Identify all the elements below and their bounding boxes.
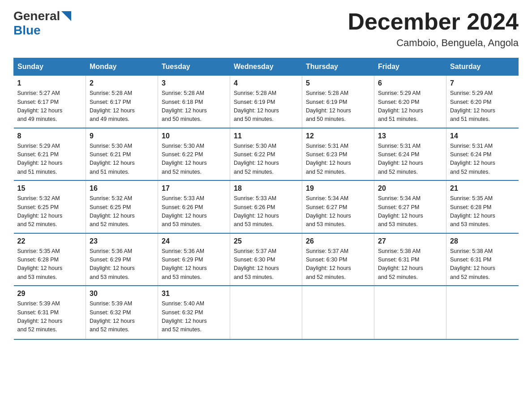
calendar-cell: 16 Sunrise: 5:32 AMSunset: 6:25 PMDaylig… [86,180,158,233]
calendar-cell: 4 Sunrise: 5:28 AMSunset: 6:19 PMDayligh… [230,76,302,128]
calendar-cell: 24 Sunrise: 5:36 AMSunset: 6:29 PMDaylig… [158,233,230,286]
calendar-cell: 19 Sunrise: 5:34 AMSunset: 6:27 PMDaylig… [302,180,374,233]
calendar-cell [302,286,374,339]
day-number: 2 [90,79,154,87]
day-info: Sunrise: 5:32 AMSunset: 6:25 PMDaylight:… [17,195,63,227]
day-info: Sunrise: 5:33 AMSunset: 6:26 PMDaylight:… [234,195,279,227]
day-info: Sunrise: 5:37 AMSunset: 6:30 PMDaylight:… [306,248,351,280]
day-info: Sunrise: 5:28 AMSunset: 6:19 PMDaylight:… [306,90,351,122]
calendar-cell: 12 Sunrise: 5:31 AMSunset: 6:23 PMDaylig… [302,128,374,181]
day-number: 20 [378,184,442,193]
header-wednesday: Wednesday [230,58,302,76]
day-number: 29 [17,290,82,298]
calendar-cell: 21 Sunrise: 5:35 AMSunset: 6:28 PMDaylig… [446,180,519,233]
day-number: 6 [378,79,442,87]
calendar-cell: 3 Sunrise: 5:28 AMSunset: 6:18 PMDayligh… [158,76,230,128]
calendar-cell: 20 Sunrise: 5:34 AMSunset: 6:27 PMDaylig… [374,180,446,233]
day-info: Sunrise: 5:28 AMSunset: 6:18 PMDaylight:… [162,90,207,122]
header-sunday: Sunday [14,58,86,76]
day-number: 1 [17,79,82,87]
day-info: Sunrise: 5:34 AMSunset: 6:27 PMDaylight:… [306,195,351,227]
svg-marker-0 [61,11,71,21]
day-number: 5 [306,79,370,87]
calendar-cell: 1 Sunrise: 5:27 AMSunset: 6:17 PMDayligh… [14,76,86,128]
day-number: 31 [162,290,226,298]
day-info: Sunrise: 5:31 AMSunset: 6:23 PMDaylight:… [306,143,351,175]
title-area: December 2024 Camboio, Benguela, Angola [348,9,519,49]
calendar-cell: 29 Sunrise: 5:39 AMSunset: 6:31 PMDaylig… [14,286,86,339]
day-number: 16 [90,184,154,193]
calendar-cell: 14 Sunrise: 5:31 AMSunset: 6:24 PMDaylig… [446,128,519,181]
day-info: Sunrise: 5:29 AMSunset: 6:20 PMDaylight:… [450,90,495,122]
calendar-table: SundayMondayTuesdayWednesdayThursdayFrid… [13,58,519,340]
day-info: Sunrise: 5:38 AMSunset: 6:31 PMDaylight:… [378,248,423,280]
day-number: 14 [450,132,515,140]
calendar-cell: 17 Sunrise: 5:33 AMSunset: 6:26 PMDaylig… [158,180,230,233]
calendar-cell: 28 Sunrise: 5:38 AMSunset: 6:31 PMDaylig… [446,233,519,286]
calendar-cell [230,286,302,339]
calendar-cell: 13 Sunrise: 5:31 AMSunset: 6:24 PMDaylig… [374,128,446,181]
day-info: Sunrise: 5:39 AMSunset: 6:32 PMDaylight:… [90,300,135,333]
calendar-cell: 25 Sunrise: 5:37 AMSunset: 6:30 PMDaylig… [230,233,302,286]
calendar-cell: 26 Sunrise: 5:37 AMSunset: 6:30 PMDaylig… [302,233,374,286]
day-number: 19 [306,184,370,193]
calendar-cell: 27 Sunrise: 5:38 AMSunset: 6:31 PMDaylig… [374,233,446,286]
page-title: December 2024 [348,9,519,34]
day-info: Sunrise: 5:29 AMSunset: 6:20 PMDaylight:… [378,90,423,122]
day-info: Sunrise: 5:31 AMSunset: 6:24 PMDaylight:… [378,143,423,175]
location-subtitle: Camboio, Benguela, Angola [348,37,519,49]
day-info: Sunrise: 5:28 AMSunset: 6:17 PMDaylight:… [90,90,135,122]
day-number: 27 [378,237,442,245]
calendar-cell: 7 Sunrise: 5:29 AMSunset: 6:20 PMDayligh… [446,76,519,128]
calendar-cell: 15 Sunrise: 5:32 AMSunset: 6:25 PMDaylig… [14,180,86,233]
calendar-cell: 23 Sunrise: 5:36 AMSunset: 6:29 PMDaylig… [86,233,158,286]
day-info: Sunrise: 5:37 AMSunset: 6:30 PMDaylight:… [234,248,279,280]
calendar-cell: 10 Sunrise: 5:30 AMSunset: 6:22 PMDaylig… [158,128,230,181]
day-number: 13 [378,132,442,140]
calendar-cell: 8 Sunrise: 5:29 AMSunset: 6:21 PMDayligh… [14,128,86,181]
day-info: Sunrise: 5:30 AMSunset: 6:22 PMDaylight:… [162,143,207,175]
day-number: 28 [450,237,515,245]
week-row-1: 1 Sunrise: 5:27 AMSunset: 6:17 PMDayligh… [14,76,519,128]
header-monday: Monday [86,58,158,76]
day-number: 15 [17,184,82,193]
day-number: 10 [162,132,226,140]
day-info: Sunrise: 5:27 AMSunset: 6:17 PMDaylight:… [17,90,63,122]
day-info: Sunrise: 5:36 AMSunset: 6:29 PMDaylight:… [162,248,207,280]
calendar-cell [446,286,519,339]
day-number: 25 [234,237,298,245]
day-number: 9 [90,132,154,140]
header-friday: Friday [374,58,446,76]
day-info: Sunrise: 5:39 AMSunset: 6:31 PMDaylight:… [17,300,63,333]
day-info: Sunrise: 5:38 AMSunset: 6:31 PMDaylight:… [450,248,495,280]
day-info: Sunrise: 5:28 AMSunset: 6:19 PMDaylight:… [234,90,279,122]
header-thursday: Thursday [302,58,374,76]
day-info: Sunrise: 5:34 AMSunset: 6:27 PMDaylight:… [378,195,423,227]
day-info: Sunrise: 5:32 AMSunset: 6:25 PMDaylight:… [90,195,135,227]
day-number: 17 [162,184,226,193]
calendar-cell: 2 Sunrise: 5:28 AMSunset: 6:17 PMDayligh… [86,76,158,128]
calendar-cell: 18 Sunrise: 5:33 AMSunset: 6:26 PMDaylig… [230,180,302,233]
logo: General Blue [13,9,71,38]
day-info: Sunrise: 5:40 AMSunset: 6:32 PMDaylight:… [162,300,207,333]
day-number: 7 [450,79,515,87]
day-number: 8 [17,132,82,140]
calendar-cell: 31 Sunrise: 5:40 AMSunset: 6:32 PMDaylig… [158,286,230,339]
day-info: Sunrise: 5:36 AMSunset: 6:29 PMDaylight:… [90,248,135,280]
day-number: 22 [17,237,82,245]
day-info: Sunrise: 5:35 AMSunset: 6:28 PMDaylight:… [17,248,63,280]
day-number: 26 [306,237,370,245]
header-saturday: Saturday [446,58,519,76]
day-info: Sunrise: 5:35 AMSunset: 6:28 PMDaylight:… [450,195,495,227]
calendar-cell: 30 Sunrise: 5:39 AMSunset: 6:32 PMDaylig… [86,286,158,339]
header-tuesday: Tuesday [158,58,230,76]
logo-triangle-icon [61,11,71,21]
day-info: Sunrise: 5:33 AMSunset: 6:26 PMDaylight:… [162,195,207,227]
header: General Blue December 2024 Camboio, Beng… [13,9,519,49]
day-info: Sunrise: 5:31 AMSunset: 6:24 PMDaylight:… [450,143,495,175]
logo-general-text: General [13,9,60,23]
day-number: 4 [234,79,298,87]
day-number: 21 [450,184,515,193]
day-number: 18 [234,184,298,193]
day-number: 12 [306,132,370,140]
